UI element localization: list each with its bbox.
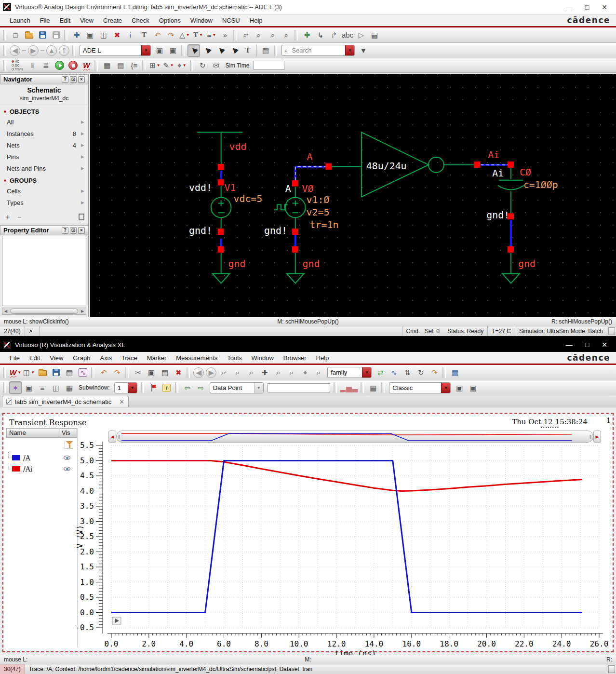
copy-style-button[interactable]: ▣: [453, 381, 466, 394]
save-button[interactable]: [36, 29, 49, 41]
cut-button[interactable]: ✂: [132, 366, 144, 379]
delete-button[interactable]: ✖: [172, 366, 185, 379]
label-button[interactable]: i: [161, 381, 173, 394]
select-partial-button[interactable]: ▶: [201, 44, 214, 57]
search-options-button[interactable]: ▼: [357, 44, 370, 57]
menu-axis[interactable]: Axis: [95, 354, 117, 362]
property-editor-hscrollbar[interactable]: ◀ ▶: [2, 308, 86, 315]
undo-button[interactable]: ↶: [151, 29, 164, 41]
remove-filter-button[interactable]: −: [17, 213, 21, 221]
panel-layout-icon[interactable]: [79, 214, 84, 220]
select-list-button[interactable]: ▤: [259, 44, 272, 57]
groups-section-header[interactable]: ▼GROUPS: [0, 174, 88, 185]
move-button[interactable]: ✚: [70, 29, 83, 41]
menu-measurements[interactable]: Measurements: [171, 354, 222, 362]
zoom-select-button[interactable]: ⌕: [285, 366, 298, 379]
top-hierarchy-button[interactable]: ⇑: [59, 45, 69, 56]
plot-setup-button[interactable]: ⊞▼: [148, 59, 161, 72]
swap-sweep-button[interactable]: ⇄: [374, 366, 387, 379]
schematic-canvas[interactable]: vdd vdd! V1 vdc=5 gnd! gnd: [90, 74, 616, 317]
save-button[interactable]: [50, 366, 62, 379]
chevron-down-icon[interactable]: ▼: [362, 367, 371, 377]
scroll-left-icon[interactable]: ◀: [2, 308, 9, 314]
menu-file[interactable]: File: [5, 354, 25, 362]
replay-button[interactable]: [112, 617, 121, 624]
objects-section-header[interactable]: ▼OBJECTS: [0, 105, 88, 116]
create-pin-button[interactable]: ✚: [301, 29, 313, 41]
family-combo[interactable]: family▼: [327, 367, 372, 378]
back-button[interactable]: ◀: [10, 45, 20, 56]
create-wire-button[interactable]: ↳: [314, 29, 327, 41]
snapshot-button[interactable]: ∿: [77, 366, 89, 379]
search-button[interactable]: ⌕: [312, 366, 325, 379]
menu-window[interactable]: Window: [186, 17, 217, 24]
nav-item-types[interactable]: Types▶: [0, 197, 88, 208]
chevron-down-icon[interactable]: ▼: [345, 45, 354, 55]
nav-item-cells[interactable]: Cells▶: [0, 185, 88, 197]
property-editor-body[interactable]: [2, 236, 86, 306]
flag-button[interactable]: [147, 381, 160, 394]
menu-help[interactable]: Help: [245, 17, 268, 24]
zoom-in-button[interactable]: ⌕: [240, 29, 252, 41]
annotation-button[interactable]: ✉: [210, 59, 222, 72]
chevron-down-icon[interactable]: ▼: [141, 45, 150, 55]
delete-button[interactable]: ✖: [111, 29, 123, 41]
plot-region[interactable]: 5.55.04.54.03.53.02.52.01.51.00.50.0-0.5…: [76, 418, 614, 659]
append-graph-button[interactable]: ↻: [415, 366, 427, 379]
legend-row-a[interactable]: /A: [6, 452, 77, 463]
menu-marker[interactable]: Marker: [142, 354, 171, 362]
pan-button[interactable]: ✚: [258, 366, 271, 379]
minimize-button[interactable]: —: [566, 3, 573, 11]
probe-button[interactable]: ⌖▼: [175, 59, 188, 72]
redo-button[interactable]: ↷: [111, 366, 123, 379]
chevron-down-icon[interactable]: ▼: [128, 383, 137, 393]
open-button[interactable]: [36, 366, 49, 379]
scrollbar-stub[interactable]: [608, 327, 615, 335]
toolbar-overflow-chevron[interactable]: »: [219, 29, 231, 41]
environment-combo[interactable]: ADE L▼: [80, 45, 151, 56]
properties-button[interactable]: i: [124, 29, 137, 41]
output-expressions-button[interactable]: {≡: [128, 59, 140, 72]
create-text-button[interactable]: T▼: [192, 29, 204, 41]
nav-item-nets[interactable]: Nets4▶: [0, 139, 88, 151]
chevron-down-icon[interactable]: ▼: [441, 383, 450, 393]
menu-browser[interactable]: Browser: [279, 354, 311, 362]
copy-button[interactable]: ▣: [84, 29, 96, 41]
auto-axes-button[interactable]: ⇅: [401, 366, 414, 379]
navigator-header[interactable]: Navigator ? ⊡ ×: [0, 74, 88, 84]
replace-graph-button[interactable]: ↷: [428, 366, 441, 379]
maximize-button[interactable]: □: [585, 341, 589, 349]
histogram-button[interactable]: ▂▅▃: [340, 381, 359, 394]
minimize-button[interactable]: —: [566, 341, 573, 349]
trace-mode-combo[interactable]: Data Point▼: [210, 382, 264, 393]
create-bus-button[interactable]: ↱: [328, 29, 340, 41]
close-panel-icon[interactable]: ×: [78, 227, 85, 234]
nav-item-pins[interactable]: Pins▶: [0, 151, 88, 162]
menu-launch[interactable]: Launch: [5, 17, 35, 24]
menu-window[interactable]: Window: [247, 354, 279, 362]
menu-tools[interactable]: Tools: [222, 354, 246, 362]
results-browser-button[interactable]: ▤: [114, 59, 127, 72]
nav-item-instances[interactable]: Instances8▶: [0, 128, 88, 139]
measure-button[interactable]: △▼: [178, 29, 191, 41]
copy-button[interactable]: ▣: [145, 366, 158, 379]
zoom-in-y-button[interactable]: ⌕: [245, 366, 257, 379]
menu-graph[interactable]: Graph: [68, 354, 95, 362]
legend-name-header[interactable]: Name: [7, 429, 59, 437]
new-cellview-button[interactable]: □: [9, 29, 22, 41]
scrollbar-stub[interactable]: [608, 665, 615, 673]
zoom-area-button[interactable]: ⌕: [280, 29, 293, 41]
wizard-button[interactable]: ✶: [9, 381, 22, 394]
zoom-in-x-button[interactable]: ⌕: [231, 366, 244, 379]
edit-setup-button[interactable]: ✎▼: [162, 59, 174, 72]
capacitor-c0[interactable]: Ai Ai CØ c=1ØØp gnd! gnd: [474, 149, 558, 283]
reload-setup-button[interactable]: ↻: [196, 59, 209, 72]
float-panel-icon[interactable]: ⊡: [70, 76, 77, 83]
open-button[interactable]: [23, 29, 35, 41]
analysis-mode-selector[interactable]: ACDCTrans: [10, 59, 25, 72]
next-point-button[interactable]: ⇨: [195, 381, 207, 394]
add-filter-button[interactable]: ＋: [4, 212, 12, 222]
delete-style-button[interactable]: ▣: [467, 381, 479, 394]
menu-edit[interactable]: Edit: [55, 17, 75, 24]
split-vertical-button[interactable]: ◫: [50, 381, 62, 394]
